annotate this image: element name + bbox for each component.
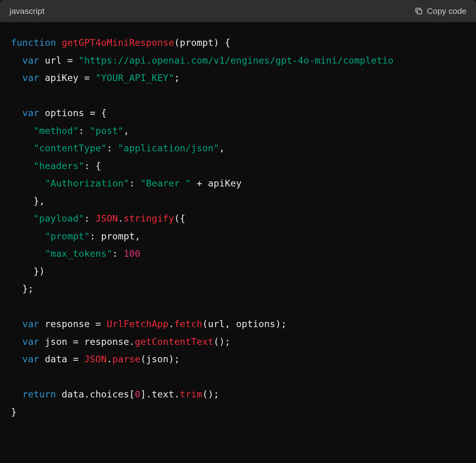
copy-code-button[interactable]: Copy code — [414, 6, 467, 16]
code-block: javascript Copy code function getGPT4oMi… — [0, 0, 476, 463]
keyword-function: function — [11, 37, 56, 48]
method-getcontenttext: getContentText — [135, 336, 213, 347]
method-parse: parse — [112, 354, 141, 365]
string-contenttype: "contentType" — [34, 143, 107, 154]
copy-icon — [414, 7, 423, 15]
string-method: "method" — [34, 125, 79, 136]
keyword-var: var — [22, 72, 39, 83]
class-urlfetchapp: UrlFetchApp — [107, 318, 169, 329]
method-trim: trim — [180, 389, 202, 400]
keyword-var: var — [22, 336, 39, 347]
string-headers: "headers" — [34, 160, 84, 171]
method-stringify: stringify — [124, 213, 174, 224]
class-json: JSON — [96, 213, 118, 224]
string-prompt-key: "prompt" — [45, 231, 90, 242]
function-name: getGPT4oMiniResponse — [62, 37, 174, 48]
keyword-var: var — [22, 354, 39, 365]
keyword-var: var — [22, 55, 39, 66]
param-prompt: prompt — [180, 37, 214, 48]
number-100: 100 — [124, 248, 141, 259]
copy-label: Copy code — [427, 6, 467, 16]
string-url: "https://api.openai.com/v1/engines/gpt-4… — [79, 55, 394, 66]
class-json: JSON — [84, 354, 107, 365]
svg-rect-0 — [417, 9, 422, 14]
string-authorization: "Authorization" — [45, 178, 129, 189]
string-apikey: "YOUR_API_KEY" — [96, 72, 174, 83]
keyword-return: return — [22, 389, 56, 400]
string-payload: "payload" — [34, 213, 84, 224]
string-maxtokens: "max_tokens" — [45, 248, 112, 259]
keyword-var: var — [22, 107, 39, 119]
code-header: javascript Copy code — [0, 0, 476, 22]
code-content[interactable]: function getGPT4oMiniResponse(prompt) { … — [0, 22, 476, 433]
keyword-var: var — [22, 318, 39, 329]
number-0: 0 — [135, 389, 140, 400]
method-fetch: fetch — [174, 318, 202, 329]
language-label: javascript — [9, 6, 45, 16]
